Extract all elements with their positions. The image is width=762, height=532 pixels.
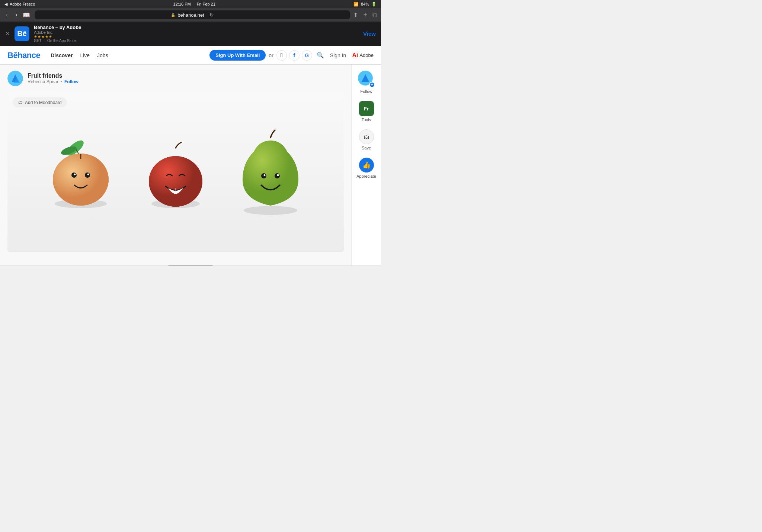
facebook-signin-button[interactable]: f: [289, 50, 300, 61]
follow-plus-icon: +: [369, 82, 375, 88]
address-bar[interactable]: 🔒 behance.net ↻: [35, 10, 350, 19]
adobe-brand: Ai Adobe: [352, 52, 374, 59]
share-button[interactable]: ⬆: [353, 12, 358, 19]
svg-point-21: [264, 174, 266, 176]
peach-fruit: [44, 128, 118, 209]
follow-label: Follow: [361, 89, 372, 94]
page-wrapper: Fruit friends Rebecca Spear • Follow 🗂 A…: [0, 65, 381, 265]
apple-signin-button[interactable]: : [276, 50, 287, 61]
status-date: Fri Feb 21: [197, 2, 215, 6]
artwork-container: 🗂 Add to Moodboard: [7, 92, 344, 252]
app-info: Behance – by Adobe Adobe Inc. ★★★★★ GET …: [34, 25, 359, 43]
svg-point-22: [277, 174, 279, 176]
svg-point-18: [244, 206, 297, 215]
right-sidebar: + Follow Fr Tools 🗂 Save 👍 Appreciate: [351, 65, 381, 265]
behance-nav: Bēhance Discover Live Jobs Sign Up With …: [0, 46, 381, 65]
add-moodboard-button[interactable]: 🗂 Add to Moodboard: [13, 97, 67, 107]
dot-separator: •: [61, 79, 62, 84]
back-button[interactable]: ‹: [4, 11, 10, 19]
content-area: Fruit friends Rebecca Spear • Follow 🗂 A…: [0, 65, 351, 265]
url-text: behance.net: [177, 12, 204, 18]
scroll-bar-thumb: [168, 265, 213, 266]
save-icon: 🗂: [359, 129, 374, 144]
tabs-button[interactable]: ⧉: [372, 11, 377, 19]
moodboard-icon: 🗂: [18, 100, 23, 105]
search-icon[interactable]: 🔍: [317, 52, 324, 59]
back-indicator: ◀: [4, 2, 7, 7]
browser-chrome: ‹ › 📖 🔒 behance.net ↻ ⬆ + ⧉: [0, 8, 381, 22]
view-button[interactable]: View: [363, 30, 376, 37]
status-bar: ◀ Adobe Fresco 12:16 PM Fri Feb 21 📶 84%…: [0, 0, 381, 8]
author-header: Fruit friends Rebecca Spear • Follow: [7, 71, 344, 86]
nav-links: Discover Live Jobs: [51, 52, 108, 58]
author-avatar: [7, 71, 23, 86]
sidebar-appreciate-action[interactable]: 👍 Appreciate: [356, 158, 376, 178]
author-name: Rebecca Spear: [28, 79, 58, 84]
apple-fruit: [140, 128, 211, 209]
nav-link-discover[interactable]: Discover: [51, 52, 73, 58]
tools-icon: Fr: [359, 101, 374, 116]
sidebar-follow-action[interactable]: + Follow: [358, 71, 375, 94]
browser-actions: ⬆ + ⧉: [353, 11, 377, 19]
social-buttons:  f G: [276, 50, 312, 61]
reload-button[interactable]: ↻: [209, 12, 214, 18]
app-banner: ✕ Bē Behance – by Adobe Adobe Inc. ★★★★★…: [0, 22, 381, 46]
app-name-label: Behance – by Adobe: [34, 25, 359, 30]
signin-link[interactable]: Sign In: [330, 52, 346, 58]
svg-point-19: [261, 173, 266, 178]
pear-fruit: [233, 122, 308, 215]
project-title: Fruit friends: [28, 72, 79, 79]
svg-point-9: [71, 173, 77, 178]
or-separator: or: [269, 52, 273, 58]
nav-link-jobs[interactable]: Jobs: [97, 52, 108, 58]
app-store-label: GET — On the App Store: [34, 39, 359, 43]
sidebar-tools-action[interactable]: Fr Tools: [359, 101, 374, 122]
adobe-label: Adobe: [359, 52, 374, 58]
close-banner-button[interactable]: ✕: [5, 30, 10, 37]
svg-point-16: [149, 156, 202, 207]
battery-level: 84%: [361, 2, 369, 6]
bookmarks-button[interactable]: 📖: [23, 12, 30, 19]
author-info: Fruit friends Rebecca Spear • Follow: [28, 72, 79, 84]
lock-icon: 🔒: [171, 13, 175, 17]
svg-point-12: [87, 174, 89, 175]
new-tab-button[interactable]: +: [363, 11, 367, 19]
battery-icon: 🔋: [371, 2, 377, 7]
fruit-scene: [7, 92, 344, 252]
scroll-bar-container: [0, 265, 381, 266]
signup-email-button[interactable]: Sign Up With Email: [209, 50, 266, 61]
svg-point-8: [53, 154, 109, 206]
appreciate-icon: 👍: [359, 158, 374, 173]
tools-label: Tools: [362, 117, 371, 122]
nav-right: 🔍 Sign In Ai Adobe: [317, 52, 374, 59]
author-follow-link[interactable]: Follow: [64, 79, 79, 84]
app-stars: ★★★★★: [34, 35, 359, 39]
status-bar-left: ◀ Adobe Fresco: [4, 2, 35, 7]
google-signin-button[interactable]: G: [302, 50, 312, 61]
appreciate-label: Appreciate: [356, 174, 376, 178]
forward-button[interactable]: ›: [13, 11, 19, 19]
behance-logo: Bēhance: [7, 51, 40, 60]
app-icon: Bē: [15, 26, 29, 41]
svg-point-11: [74, 174, 76, 175]
app-company-label: Adobe Inc.: [34, 30, 359, 35]
status-time: 12:16 PM: [173, 2, 191, 6]
wifi-icon: 📶: [353, 2, 359, 7]
nav-link-live[interactable]: Live: [80, 52, 90, 58]
save-label: Save: [362, 146, 371, 150]
adobe-icon: Ai: [352, 52, 358, 59]
svg-point-20: [275, 173, 280, 178]
follow-avatar-wrap: +: [358, 71, 375, 88]
sidebar-save-action[interactable]: 🗂 Save: [359, 129, 374, 150]
svg-point-10: [85, 173, 90, 178]
status-bar-right: 📶 84% 🔋: [353, 2, 377, 7]
author-sub: Rebecca Spear • Follow: [28, 79, 79, 84]
app-name: Adobe Fresco: [10, 2, 35, 6]
